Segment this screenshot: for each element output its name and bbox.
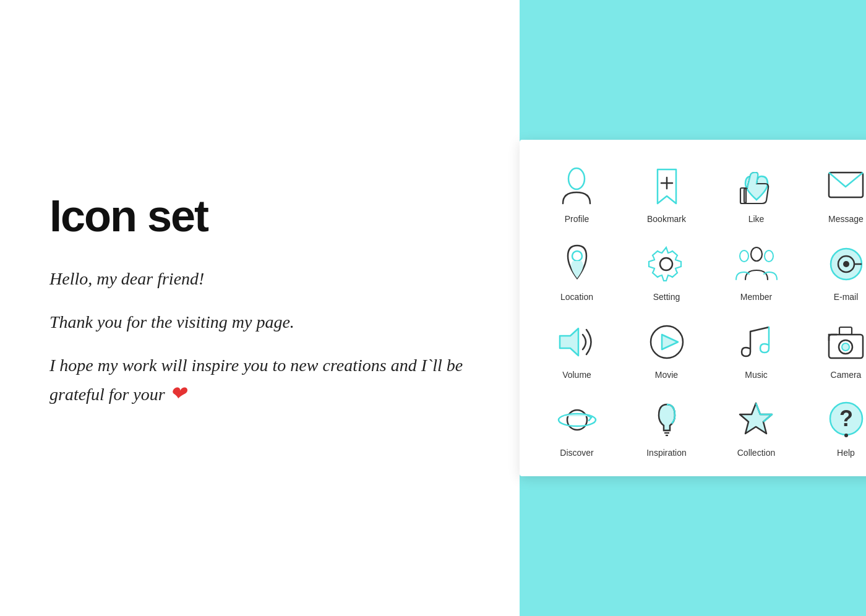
svg-marker-16: [662, 335, 678, 349]
help-label: Help: [837, 448, 855, 458]
icon-item-music: Music: [711, 314, 801, 386]
email-icon: [825, 242, 867, 286]
setting-label: Setting: [653, 292, 680, 302]
icon-item-inspiration: Inspiration: [622, 392, 711, 464]
profile-icon: [555, 165, 599, 208]
icon-item-bookmark: Bookmark: [622, 158, 711, 230]
member-icon: [735, 242, 778, 286]
setting-icon: [645, 242, 688, 286]
volume-icon: [555, 320, 599, 364]
left-panel: Icon set Hello, my dear friend! Thank yo…: [0, 0, 520, 616]
page-title: Icon set: [49, 190, 482, 241]
svg-point-12: [843, 261, 849, 267]
inspiration-icon: [645, 398, 688, 442]
location-label: Location: [560, 292, 593, 302]
message-icon: [825, 165, 867, 208]
icon-item-message: Message: [801, 158, 866, 230]
collection-icon: [735, 398, 778, 442]
icon-item-collection: Collection: [711, 392, 801, 464]
inspiration-label: Inspiration: [646, 448, 687, 458]
movie-label: Movie: [655, 370, 678, 380]
svg-rect-19: [839, 327, 852, 335]
camera-icon: [825, 320, 867, 364]
svg-point-5: [572, 251, 582, 261]
bookmark-icon: [645, 165, 688, 208]
paragraph-2: Thank you for the visiting my page.: [49, 309, 482, 335]
svg-marker-14: [560, 328, 578, 356]
member-label: Member: [740, 292, 772, 302]
svg-point-7: [751, 247, 762, 261]
svg-point-0: [568, 168, 585, 189]
location-icon: [555, 242, 599, 286]
message-label: Message: [828, 214, 864, 224]
icon-item-discover: Discover: [532, 392, 622, 464]
heart-icon: ❤: [169, 382, 186, 404]
icon-item-email: E-mail: [801, 236, 866, 308]
svg-rect-3: [740, 188, 746, 203]
music-label: Music: [745, 370, 768, 380]
svg-point-21: [842, 343, 849, 351]
collection-label: Collection: [737, 448, 775, 458]
camera-label: Camera: [831, 370, 862, 380]
icon-item-help: ? Help: [801, 392, 866, 464]
svg-text:?: ?: [839, 406, 853, 431]
paragraph-1: Hello, my dear friend!: [49, 266, 482, 292]
icon-item-location: Location: [532, 236, 622, 308]
svg-point-9: [765, 250, 773, 262]
icon-item-movie: Movie: [622, 314, 711, 386]
icon-item-volume: Volume: [532, 314, 622, 386]
icon-card: Profile Bookmark: [520, 140, 866, 476]
svg-point-30: [844, 434, 848, 437]
right-panel: Profile Bookmark: [520, 0, 866, 616]
svg-point-8: [740, 250, 748, 262]
svg-line-17: [750, 327, 769, 332]
help-icon: ?: [825, 398, 867, 442]
svg-point-6: [660, 258, 672, 270]
icon-item-member: Member: [711, 236, 801, 308]
paragraph-3: I hope my work will inspire you to new c…: [49, 353, 482, 408]
icon-item-camera: Camera: [801, 314, 866, 386]
profile-label: Profile: [565, 214, 589, 224]
icon-item-profile: Profile: [532, 158, 622, 230]
icon-item-setting: Setting: [622, 236, 711, 308]
like-label: Like: [748, 214, 765, 224]
email-label: E-mail: [834, 292, 859, 302]
bookmark-label: Bookmark: [647, 214, 686, 224]
description-text: Hello, my dear friend! Thank you for the…: [49, 266, 482, 426]
movie-icon: [645, 320, 688, 364]
icon-item-like: Like: [711, 158, 801, 230]
music-icon: [735, 320, 778, 364]
volume-label: Volume: [562, 370, 591, 380]
discover-icon: [555, 398, 599, 442]
like-icon: [735, 165, 778, 208]
discover-label: Discover: [560, 448, 593, 458]
